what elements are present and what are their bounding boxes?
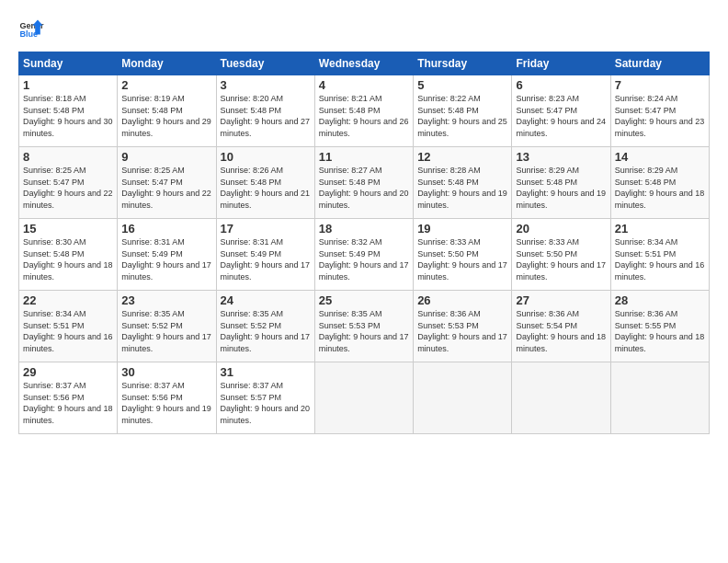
day-number: 4: [319, 78, 409, 92]
col-header-friday: Friday: [512, 52, 610, 75]
day-info: Sunrise: 8:37 AMSunset: 5:56 PMDaylight:…: [23, 380, 113, 426]
calendar-header-row: SundayMondayTuesdayWednesdayThursdayFrid…: [19, 52, 710, 75]
day-number: 25: [319, 293, 409, 307]
calendar-cell: 26 Sunrise: 8:36 AMSunset: 5:53 PMDaylig…: [414, 291, 512, 362]
day-info: Sunrise: 8:33 AMSunset: 5:50 PMDaylight:…: [417, 236, 507, 282]
day-number: 28: [615, 293, 705, 307]
calendar-cell: 6 Sunrise: 8:23 AMSunset: 5:47 PMDayligh…: [512, 75, 610, 147]
calendar-cell: 7 Sunrise: 8:24 AMSunset: 5:47 PMDayligh…: [610, 75, 709, 147]
calendar-cell: 31 Sunrise: 8:37 AMSunset: 5:57 PMDaylig…: [216, 362, 314, 434]
day-info: Sunrise: 8:18 AMSunset: 5:48 PMDaylight:…: [23, 93, 113, 139]
svg-text:Blue: Blue: [19, 29, 38, 39]
day-info: Sunrise: 8:37 AMSunset: 5:56 PMDaylight:…: [121, 380, 211, 426]
calendar-cell: 30 Sunrise: 8:37 AMSunset: 5:56 PMDaylig…: [118, 362, 216, 434]
day-number: 31: [221, 365, 311, 379]
day-info: Sunrise: 8:22 AMSunset: 5:48 PMDaylight:…: [417, 93, 507, 139]
calendar-cell: 10 Sunrise: 8:26 AMSunset: 5:48 PMDaylig…: [216, 147, 314, 219]
day-info: Sunrise: 8:19 AMSunset: 5:48 PMDaylight:…: [121, 93, 211, 139]
day-number: 2: [121, 78, 211, 92]
calendar-cell: 4 Sunrise: 8:21 AMSunset: 5:48 PMDayligh…: [314, 75, 413, 147]
day-info: Sunrise: 8:34 AMSunset: 5:51 PMDaylight:…: [23, 308, 113, 354]
col-header-wednesday: Wednesday: [314, 52, 413, 75]
day-number: 5: [417, 78, 507, 92]
week-row-4: 22 Sunrise: 8:34 AMSunset: 5:51 PMDaylig…: [19, 291, 710, 362]
day-number: 18: [319, 222, 409, 236]
week-row-2: 8 Sunrise: 8:25 AMSunset: 5:47 PMDayligh…: [19, 147, 710, 219]
calendar-cell: 20 Sunrise: 8:33 AMSunset: 5:50 PMDaylig…: [512, 219, 610, 291]
calendar-cell: 2 Sunrise: 8:19 AMSunset: 5:48 PMDayligh…: [118, 75, 216, 147]
col-header-saturday: Saturday: [610, 52, 709, 75]
day-info: Sunrise: 8:25 AMSunset: 5:47 PMDaylight:…: [121, 165, 211, 211]
col-header-monday: Monday: [118, 52, 216, 75]
day-info: Sunrise: 8:34 AMSunset: 5:51 PMDaylight:…: [615, 236, 705, 282]
day-number: 1: [23, 78, 113, 92]
day-number: 27: [516, 293, 606, 307]
calendar-table: SundayMondayTuesdayWednesdayThursdayFrid…: [18, 52, 710, 434]
calendar-cell: 21 Sunrise: 8:34 AMSunset: 5:51 PMDaylig…: [610, 219, 709, 291]
day-info: Sunrise: 8:36 AMSunset: 5:54 PMDaylight:…: [516, 308, 606, 354]
day-info: Sunrise: 8:35 AMSunset: 5:52 PMDaylight:…: [221, 308, 311, 354]
calendar-cell: 16 Sunrise: 8:31 AMSunset: 5:49 PMDaylig…: [118, 219, 216, 291]
day-info: Sunrise: 8:35 AMSunset: 5:52 PMDaylight:…: [121, 308, 211, 354]
page-container: General Blue SundayMondayTuesdayWednesda…: [0, 0, 728, 443]
calendar-cell: [512, 362, 610, 434]
day-number: 30: [121, 365, 211, 379]
calendar-cell: 23 Sunrise: 8:35 AMSunset: 5:52 PMDaylig…: [118, 291, 216, 362]
calendar-cell: 9 Sunrise: 8:25 AMSunset: 5:47 PMDayligh…: [118, 147, 216, 219]
calendar-cell: [414, 362, 512, 434]
calendar-cell: 11 Sunrise: 8:27 AMSunset: 5:48 PMDaylig…: [314, 147, 413, 219]
day-info: Sunrise: 8:29 AMSunset: 5:48 PMDaylight:…: [516, 165, 606, 211]
day-info: Sunrise: 8:31 AMSunset: 5:49 PMDaylight:…: [221, 236, 311, 282]
header: General Blue: [18, 17, 710, 42]
day-number: 23: [121, 293, 211, 307]
day-info: Sunrise: 8:32 AMSunset: 5:49 PMDaylight:…: [319, 236, 409, 282]
day-number: 6: [516, 78, 606, 92]
day-number: 26: [417, 293, 507, 307]
calendar-cell: 24 Sunrise: 8:35 AMSunset: 5:52 PMDaylig…: [216, 291, 314, 362]
week-row-5: 29 Sunrise: 8:37 AMSunset: 5:56 PMDaylig…: [19, 362, 710, 434]
week-row-1: 1 Sunrise: 8:18 AMSunset: 5:48 PMDayligh…: [19, 75, 710, 147]
day-number: 10: [221, 150, 311, 164]
day-info: Sunrise: 8:28 AMSunset: 5:48 PMDaylight:…: [417, 165, 507, 211]
calendar-cell: 17 Sunrise: 8:31 AMSunset: 5:49 PMDaylig…: [216, 219, 314, 291]
calendar-cell: 13 Sunrise: 8:29 AMSunset: 5:48 PMDaylig…: [512, 147, 610, 219]
day-info: Sunrise: 8:31 AMSunset: 5:49 PMDaylight:…: [121, 236, 211, 282]
day-info: Sunrise: 8:27 AMSunset: 5:48 PMDaylight:…: [319, 165, 409, 211]
day-number: 22: [23, 293, 113, 307]
day-number: 15: [23, 222, 113, 236]
week-row-3: 15 Sunrise: 8:30 AMSunset: 5:48 PMDaylig…: [19, 219, 710, 291]
logo: General Blue: [18, 17, 44, 42]
day-info: Sunrise: 8:29 AMSunset: 5:48 PMDaylight:…: [615, 165, 705, 211]
day-number: 19: [417, 222, 507, 236]
day-number: 3: [221, 78, 311, 92]
day-number: 8: [23, 150, 113, 164]
calendar-cell: 8 Sunrise: 8:25 AMSunset: 5:47 PMDayligh…: [19, 147, 118, 219]
day-info: Sunrise: 8:37 AMSunset: 5:57 PMDaylight:…: [221, 380, 311, 426]
day-number: 13: [516, 150, 606, 164]
calendar-cell: 25 Sunrise: 8:35 AMSunset: 5:53 PMDaylig…: [314, 291, 413, 362]
calendar-cell: [314, 362, 413, 434]
col-header-sunday: Sunday: [19, 52, 118, 75]
day-number: 20: [516, 222, 606, 236]
day-info: Sunrise: 8:36 AMSunset: 5:55 PMDaylight:…: [615, 308, 705, 354]
day-number: 7: [615, 78, 705, 92]
calendar-cell: 12 Sunrise: 8:28 AMSunset: 5:48 PMDaylig…: [414, 147, 512, 219]
day-number: 12: [417, 150, 507, 164]
day-number: 16: [121, 222, 211, 236]
calendar-cell: 14 Sunrise: 8:29 AMSunset: 5:48 PMDaylig…: [610, 147, 709, 219]
calendar-cell: 18 Sunrise: 8:32 AMSunset: 5:49 PMDaylig…: [314, 219, 413, 291]
day-info: Sunrise: 8:26 AMSunset: 5:48 PMDaylight:…: [221, 165, 311, 211]
day-number: 29: [23, 365, 113, 379]
calendar-cell: 22 Sunrise: 8:34 AMSunset: 5:51 PMDaylig…: [19, 291, 118, 362]
calendar-cell: 15 Sunrise: 8:30 AMSunset: 5:48 PMDaylig…: [19, 219, 118, 291]
day-number: 17: [221, 222, 311, 236]
calendar-cell: 1 Sunrise: 8:18 AMSunset: 5:48 PMDayligh…: [19, 75, 118, 147]
day-number: 24: [221, 293, 311, 307]
calendar-cell: 27 Sunrise: 8:36 AMSunset: 5:54 PMDaylig…: [512, 291, 610, 362]
calendar-cell: [610, 362, 709, 434]
calendar-cell: 19 Sunrise: 8:33 AMSunset: 5:50 PMDaylig…: [414, 219, 512, 291]
calendar-cell: 29 Sunrise: 8:37 AMSunset: 5:56 PMDaylig…: [19, 362, 118, 434]
day-info: Sunrise: 8:25 AMSunset: 5:47 PMDaylight:…: [23, 165, 113, 211]
day-number: 14: [615, 150, 705, 164]
day-number: 21: [615, 222, 705, 236]
